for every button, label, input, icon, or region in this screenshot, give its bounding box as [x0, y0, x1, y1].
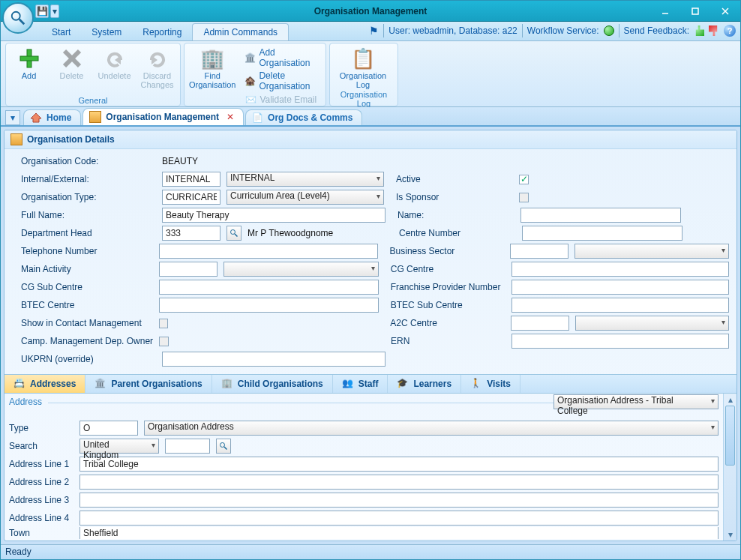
- l3-input[interactable]: [80, 493, 718, 508]
- org-type-select[interactable]: Curriculum Area (Level4): [226, 190, 384, 205]
- svg-point-13: [231, 230, 236, 235]
- fullname-input[interactable]: [162, 208, 386, 223]
- child-orgs-icon: 🏢: [221, 378, 233, 390]
- a2c-select[interactable]: [575, 316, 729, 331]
- status-bar: Ready: [1, 544, 740, 559]
- window-maximize[interactable]: [680, 1, 710, 21]
- scroll-down-icon[interactable]: ▾: [724, 529, 736, 541]
- search-button[interactable]: [216, 439, 231, 454]
- dept-head-code[interactable]: [162, 226, 220, 241]
- ern-input[interactable]: [512, 334, 729, 349]
- bus-sector-label: Business Sector: [390, 246, 505, 256]
- doctab-home[interactable]: Home: [23, 109, 81, 125]
- scroll-thumb[interactable]: [725, 406, 735, 466]
- svg-line-14: [235, 234, 238, 237]
- cg-centre-input[interactable]: [512, 262, 729, 277]
- int-ext-label: Internal/External:: [21, 174, 156, 184]
- camp-checkbox[interactable]: [159, 337, 169, 346]
- ribbon-delete: Delete: [52, 45, 92, 81]
- fpn-label: Franchise Provider Number: [391, 282, 506, 292]
- home-icon: [30, 112, 42, 123]
- ribbon-undelete: Undelete: [94, 45, 134, 81]
- app-orb[interactable]: [2, 2, 34, 34]
- svg-marker-10: [115, 55, 121, 64]
- org-type-label: Organisation Type:: [21, 192, 156, 202]
- cg-centre-label: CG Centre: [391, 264, 506, 274]
- ribbon-group-orglog: Organisation Log: [333, 89, 394, 109]
- subtab-addresses[interactable]: 📇Addresses: [4, 375, 86, 393]
- plus-icon: [17, 46, 41, 70]
- name-input[interactable]: [520, 208, 681, 223]
- cg-sub-input[interactable]: [159, 280, 378, 295]
- dept-head-search[interactable]: [226, 226, 242, 241]
- ribbon-delete-org[interactable]: 🏚️Delete Organisation: [240, 70, 322, 92]
- user-db-label: User: webadmin, Database: a22: [388, 25, 517, 36]
- svg-line-1: [20, 19, 24, 24]
- doctab-org-docs[interactable]: 📄 Org Docs & Comms: [245, 109, 362, 125]
- subtab-staff[interactable]: 👥Staff: [333, 375, 388, 393]
- main-act-select[interactable]: [224, 262, 378, 277]
- ribbon-find-org[interactable]: 🏢 Find Organisation: [188, 45, 237, 89]
- l2-input[interactable]: [80, 475, 718, 490]
- doctab-org-mgmt[interactable]: Organisation Management ✕: [82, 108, 244, 125]
- sponsor-checkbox[interactable]: [519, 193, 529, 202]
- subtab-visits[interactable]: 🚶Visits: [461, 375, 520, 393]
- window-minimize[interactable]: [650, 1, 680, 21]
- l2-label: Address Line 2: [9, 477, 74, 487]
- centre-no-input[interactable]: [522, 226, 682, 241]
- int-ext-select[interactable]: INTERNAL: [226, 172, 384, 187]
- show-contact-label: Show in Contact Management: [21, 318, 153, 328]
- cg-sub-label: CG Sub Centre: [21, 282, 153, 292]
- active-checkbox[interactable]: ✓: [519, 175, 529, 184]
- subtab-learners[interactable]: 🎓Learners: [388, 375, 461, 393]
- active-label: Active: [396, 174, 513, 184]
- org-code-value: BEAUTY: [162, 156, 198, 166]
- subtab-parent-orgs[interactable]: 🏛️Parent Organisations: [86, 375, 212, 393]
- doctab-dropdown[interactable]: ▾: [5, 110, 20, 125]
- btec-centre-input[interactable]: [159, 298, 378, 313]
- thumbs-down-icon[interactable]: [709, 25, 719, 36]
- close-tab-icon[interactable]: ✕: [226, 112, 234, 122]
- type-select[interactable]: Organisation Address: [144, 421, 718, 436]
- btec-sub-input[interactable]: [512, 298, 729, 313]
- address-fieldset-label: Address: [9, 397, 42, 407]
- thumbs-up-icon[interactable]: [694, 25, 704, 36]
- workflow-service-label: Workflow Service:: [527, 25, 599, 36]
- a2c-input[interactable]: [511, 316, 569, 331]
- org-type-code[interactable]: [162, 190, 220, 205]
- subtab-child-orgs[interactable]: 🏢Child Organisations: [212, 375, 333, 393]
- address-selector[interactable]: Organisation Address - Tribal College: [554, 394, 718, 409]
- menu-admin-commands[interactable]: Admin Commands: [192, 23, 289, 40]
- window-close[interactable]: [710, 1, 740, 21]
- l4-input[interactable]: [80, 511, 718, 526]
- scroll-up-icon[interactable]: ▴: [724, 394, 736, 406]
- qat-save-icon[interactable]: 💾: [35, 4, 49, 18]
- ribbon-add-org[interactable]: 🏛️Add Organisation: [240, 46, 322, 69]
- ukprn-input[interactable]: [162, 352, 386, 367]
- tel-input[interactable]: [159, 244, 378, 259]
- int-ext-code[interactable]: [162, 172, 220, 187]
- ribbon-org-log[interactable]: 📋 Organisation Log: [333, 45, 393, 89]
- address-scrollbar[interactable]: ▴ ▾: [723, 394, 736, 541]
- bus-sector-input[interactable]: [510, 244, 568, 259]
- town-input[interactable]: [80, 527, 718, 539]
- search-input[interactable]: [165, 439, 210, 454]
- menu-system[interactable]: System: [81, 24, 132, 40]
- search-country[interactable]: United Kingdom: [80, 439, 159, 454]
- type-label: Type: [9, 423, 74, 433]
- menu-reporting[interactable]: Reporting: [132, 24, 192, 40]
- discard-icon: [146, 46, 170, 70]
- menu-start[interactable]: Start: [41, 24, 81, 40]
- type-code[interactable]: [80, 421, 138, 436]
- ribbon-add[interactable]: Add: [9, 45, 49, 81]
- flag-icon[interactable]: ⚑: [369, 25, 379, 37]
- svg-rect-7: [20, 56, 38, 61]
- qat-dropdown-icon[interactable]: ▾: [50, 4, 59, 18]
- fpn-input[interactable]: [512, 280, 729, 295]
- show-contact-checkbox[interactable]: [159, 319, 169, 328]
- l1-input[interactable]: [80, 457, 718, 472]
- bus-sector-select[interactable]: [574, 244, 729, 259]
- main-act-input[interactable]: [159, 262, 218, 277]
- search-label: Search: [9, 441, 74, 451]
- help-icon[interactable]: ?: [724, 25, 736, 37]
